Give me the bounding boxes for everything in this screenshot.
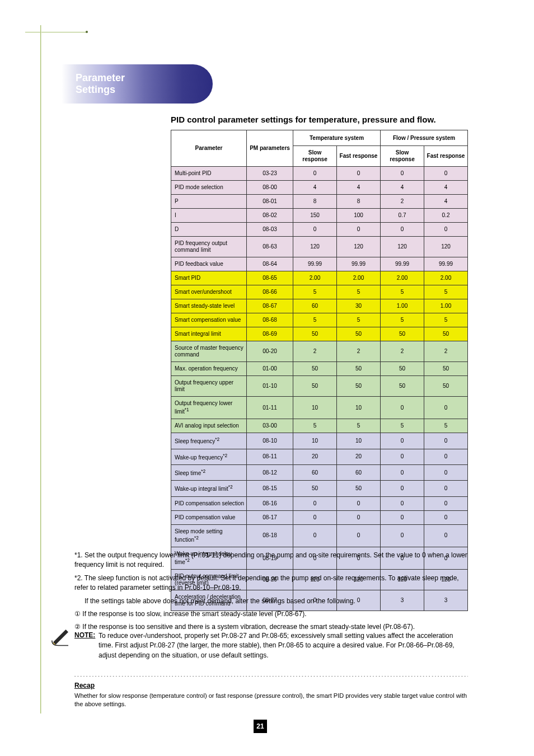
table-cell: 0: [381, 510, 424, 524]
note-body: To reduce over-/undershoot, properly set…: [99, 631, 468, 660]
table-cell: Sleep frequency*2: [171, 433, 247, 449]
table-cell: 08-12: [247, 464, 293, 480]
table-row: Max. operation frequency01-0050505050: [171, 362, 468, 376]
table-cell: 2.00: [424, 271, 468, 285]
table-cell: Source of master frequency command: [171, 341, 247, 362]
table-cell: 0: [293, 510, 337, 524]
table-cell: 08-69: [247, 327, 293, 341]
table-cell: Smart integral limit: [171, 327, 247, 341]
table-cell: 120: [293, 237, 337, 257]
table-cell: 99.99: [424, 257, 468, 271]
table-cell: 0: [424, 167, 468, 181]
table-cell: D: [171, 223, 247, 237]
notes-section: *1. Set the output frequency lower limit…: [74, 551, 469, 636]
table-row: Sleep time*208-12606000: [171, 464, 468, 480]
table-cell: 0: [381, 223, 424, 237]
table-cell: Multi-point PID: [171, 167, 247, 181]
recap-title: Recap: [74, 682, 469, 689]
table-row: Output frequency lower limit*101-1110100…: [171, 397, 468, 419]
table-body: Multi-point PID03-230000PID mode selecti…: [171, 167, 468, 611]
parameter-table: Parameter PM parameters Temperature syst…: [171, 130, 468, 611]
table-cell: 5: [424, 285, 468, 299]
col-header-parameter: Parameter: [171, 130, 247, 167]
table-cell: 08-02: [247, 209, 293, 223]
table-row: Output frequency upper limit01-105050505…: [171, 376, 468, 397]
table-cell: 0: [424, 481, 468, 496]
table-cell: 0: [424, 397, 468, 419]
col-header-temp-slow: Slow response: [293, 146, 337, 167]
table-cell: 50: [381, 362, 424, 376]
table-cell: 120: [337, 237, 381, 257]
table-cell: 99.99: [293, 257, 337, 271]
table-cell: 08-15: [247, 481, 293, 496]
table-cell: 2: [381, 341, 424, 362]
table-cell: 50: [293, 481, 337, 496]
table-cell: Sleep time*2: [171, 464, 247, 480]
table-cell: 4: [293, 181, 337, 195]
table-cell: 08-03: [247, 223, 293, 237]
col-header-pm: PM parameters: [247, 130, 293, 167]
table-row: Multi-point PID03-230000: [171, 167, 468, 181]
table-header: Parameter PM parameters Temperature syst…: [171, 130, 468, 167]
table-cell: 10: [337, 397, 381, 419]
table-row: D08-030000: [171, 223, 468, 237]
table-cell: 50: [337, 481, 381, 496]
table-cell: 2: [293, 341, 337, 362]
table-row: Smart over/undershoot08-665555: [171, 285, 468, 299]
header-pill: Parameter Settings: [62, 64, 213, 104]
table-cell: 0: [293, 167, 337, 181]
table-cell: 08-00: [247, 181, 293, 195]
table-cell: 08-10: [247, 433, 293, 449]
table-cell: 4: [424, 195, 468, 209]
table-cell: 2: [381, 195, 424, 209]
decor-dot: [86, 31, 88, 33]
separator-dashes: - - - - - - - - - - - - - - - - - - - - …: [74, 674, 468, 678]
table-cell: 0: [337, 223, 381, 237]
table-cell: 0: [424, 433, 468, 449]
table-row: PID compensation selection08-160000: [171, 496, 468, 510]
table-cell: 5: [337, 285, 381, 299]
table-cell: 0: [381, 167, 424, 181]
table-cell: 0.7: [381, 209, 424, 223]
table-cell: 50: [381, 327, 424, 341]
table-cell: 0: [424, 524, 468, 547]
table-cell: 50: [337, 327, 381, 341]
table-cell: 03-23: [247, 167, 293, 181]
table-cell: 4: [424, 181, 468, 195]
table-row: PID frequency output command limit08-631…: [171, 237, 468, 257]
note-label: NOTE:: [74, 631, 95, 639]
table-cell: 2.00: [337, 271, 381, 285]
table-cell: 0: [424, 510, 468, 524]
table-cell: 60: [293, 464, 337, 480]
table-cell: Smart steady-state level: [171, 299, 247, 313]
table-cell: 0: [424, 449, 468, 464]
table-cell: 50: [293, 376, 337, 397]
table-cell: 08-17: [247, 510, 293, 524]
col-header-temp-fast: Fast response: [337, 146, 381, 167]
decor-vertical-line-2: [41, 25, 41, 713]
table-cell: 5: [337, 419, 381, 433]
table-cell: 4: [337, 181, 381, 195]
table-cell: 10: [337, 433, 381, 449]
table-cell: 01-10: [247, 376, 293, 397]
table-row: Wake-up integral limit*208-15505000: [171, 481, 468, 496]
table-cell: 100: [337, 209, 381, 223]
table-cell: 08-63: [247, 237, 293, 257]
table-cell: 5: [381, 419, 424, 433]
table-cell: 0: [381, 449, 424, 464]
table-cell: 0: [337, 167, 381, 181]
table-cell: Wake-up integral limit*2: [171, 481, 247, 496]
table-cell: 0: [381, 524, 424, 547]
table-cell: 20: [293, 449, 337, 464]
table-cell: 99.99: [381, 257, 424, 271]
table-cell: 08-68: [247, 313, 293, 327]
table-cell: 0: [337, 524, 381, 547]
table-cell: 120: [424, 237, 468, 257]
table-cell: 0: [337, 496, 381, 510]
table-cell: 99.99: [337, 257, 381, 271]
table-cell: 00-20: [247, 341, 293, 362]
table-cell: 10: [293, 433, 337, 449]
table-cell: Sleep mode setting function*2: [171, 524, 247, 547]
table-cell: 50: [293, 362, 337, 376]
table-row: Smart compensation value08-685555: [171, 313, 468, 327]
